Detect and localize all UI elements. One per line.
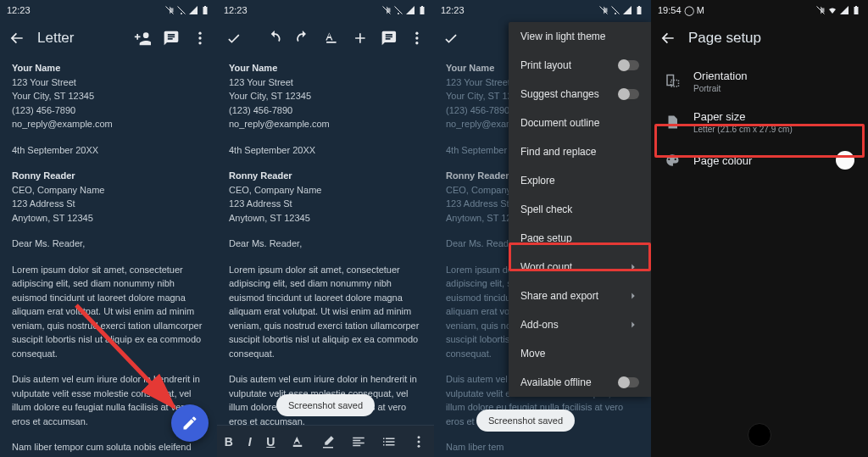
svg-point-2 xyxy=(198,36,201,39)
orientation-icon xyxy=(665,74,680,89)
comment-icon[interactable] xyxy=(381,30,398,47)
battery-icon xyxy=(200,5,210,15)
nav-home-indicator xyxy=(748,423,771,447)
letter-date: 4th September 20XX xyxy=(12,143,205,158)
orientation-label: Orientation xyxy=(693,70,854,82)
greeting: Dear Ms. Reader, xyxy=(12,237,205,251)
redo-icon[interactable] xyxy=(294,30,311,47)
undo-icon[interactable] xyxy=(266,30,283,47)
underline-button[interactable]: U xyxy=(266,435,275,449)
mute-icon xyxy=(381,5,392,15)
bold-button[interactable]: B xyxy=(225,435,233,449)
sender-name: Your Name xyxy=(12,61,205,75)
menu-print-layout[interactable]: Print layout xyxy=(509,51,651,80)
list-icon[interactable] xyxy=(381,434,396,449)
screenshot-3: 12:23 Your Name 123 Your Street Your Cit… xyxy=(434,0,651,457)
wifi-icon xyxy=(827,5,837,15)
toggle-icon[interactable] xyxy=(619,60,639,70)
menu-spell-check[interactable]: Spell check xyxy=(509,195,651,224)
status-bar: 12:23 xyxy=(434,0,651,20)
menu-explore[interactable]: Explore xyxy=(509,166,651,195)
svg-point-9 xyxy=(418,436,420,438)
menu-addons[interactable]: Add-ons xyxy=(509,310,651,339)
app-bar: Letter xyxy=(0,20,217,56)
toast-screenshot-saved: Screenshot saved xyxy=(276,394,375,416)
toggle-icon[interactable] xyxy=(619,89,639,99)
recipient-addr1: 123 Address St xyxy=(229,197,422,211)
sender-addr2: Your City, ST 12345 xyxy=(229,89,422,103)
sender-phone: (123) 456-7890 xyxy=(229,103,422,118)
svg-point-8 xyxy=(416,42,419,44)
battery-icon xyxy=(417,5,427,15)
svg-point-3 xyxy=(198,42,201,44)
check-icon[interactable] xyxy=(225,30,242,47)
svg-rect-13 xyxy=(638,6,640,7)
wifi-off-icon xyxy=(610,5,620,15)
mute-icon xyxy=(815,5,826,15)
menu-find-replace[interactable]: Find and replace xyxy=(509,137,651,166)
menu-available-offline[interactable]: Available offline xyxy=(509,368,651,397)
status-icons xyxy=(815,5,861,15)
highlight-icon[interactable] xyxy=(320,434,336,449)
more-vert-icon[interactable] xyxy=(192,30,209,47)
highlight-page-setup xyxy=(509,242,651,271)
clock: 12:23 xyxy=(441,5,465,15)
menu-move[interactable]: Move xyxy=(509,339,651,368)
insert-icon[interactable] xyxy=(352,30,369,47)
svg-point-11 xyxy=(418,444,420,447)
status-bar: 12:23 xyxy=(0,0,217,20)
share-add-person-icon[interactable] xyxy=(134,30,151,47)
toast-screenshot-saved: Screenshot saved xyxy=(476,410,575,432)
screenshot-1: 12:23 Letter Your Name 123 Your Street Y… xyxy=(0,0,217,457)
signal-icon xyxy=(405,5,415,15)
document-title: Letter xyxy=(37,30,122,47)
menu-document-outline[interactable]: Document outline xyxy=(509,109,651,137)
mute-icon xyxy=(598,5,609,15)
sender-addr1: 123 Your Street xyxy=(12,75,205,90)
format-toolbar: B I U xyxy=(217,425,434,457)
screenshot-2: 12:23 Your Name 123 Your Street Your Cit… xyxy=(217,0,434,457)
page-setup-app-bar: Page setup xyxy=(651,20,868,56)
check-icon[interactable] xyxy=(442,30,459,47)
menu-light-theme[interactable]: View in light theme xyxy=(509,22,651,51)
menu-suggest-changes[interactable]: Suggest changes xyxy=(509,80,651,109)
overflow-menu: View in light theme Print layout Suggest… xyxy=(509,22,651,397)
document-body[interactable]: Your Name 123 Your Street Your City, ST … xyxy=(0,56,217,457)
text-color-icon[interactable] xyxy=(290,434,305,449)
sender-addr2: Your City, ST 12345 xyxy=(12,89,205,103)
battery-icon xyxy=(634,5,644,15)
battery-icon xyxy=(851,5,861,15)
svg-rect-15 xyxy=(667,75,674,86)
status-bar: 12:23 xyxy=(217,0,434,20)
recipient-addr1: 123 Address St xyxy=(12,197,205,211)
highlight-page-colour xyxy=(654,124,865,158)
edit-fab[interactable] xyxy=(171,404,209,442)
letter-date: 4th September 20XX xyxy=(229,143,422,158)
more-vert-icon[interactable] xyxy=(409,30,426,47)
mute-icon xyxy=(164,5,175,15)
toggle-icon[interactable] xyxy=(619,377,639,387)
clock: 12:23 xyxy=(7,5,31,15)
sender-email: no_reply@example.com xyxy=(229,117,422,131)
orientation-value: Portrait xyxy=(693,84,854,93)
italic-button[interactable]: I xyxy=(248,435,252,449)
greeting: Dear Ms. Reader, xyxy=(229,237,422,251)
row-orientation[interactable]: Orientation Portrait xyxy=(651,61,868,102)
settings-list: Orientation Portrait Paper size Letter (… xyxy=(651,56,868,183)
recipient-name: Ronny Reader xyxy=(229,169,422,183)
text-format-icon[interactable] xyxy=(323,30,340,47)
pencil-icon xyxy=(181,415,198,432)
paper-label: Paper size xyxy=(693,110,854,123)
back-icon[interactable] xyxy=(8,30,25,47)
more-vert-icon[interactable] xyxy=(411,434,426,449)
recipient-name: Ronny Reader xyxy=(12,169,205,183)
comment-icon[interactable] xyxy=(163,30,180,47)
status-icons xyxy=(598,5,644,15)
page-title: Page setup xyxy=(688,30,860,47)
edit-app-bar xyxy=(217,20,434,56)
signal-icon xyxy=(622,5,632,15)
align-icon[interactable] xyxy=(351,434,366,449)
menu-share-export[interactable]: Share and export xyxy=(509,281,651,310)
recipient-role: CEO, Company Name xyxy=(12,183,205,198)
back-icon[interactable] xyxy=(659,30,676,47)
